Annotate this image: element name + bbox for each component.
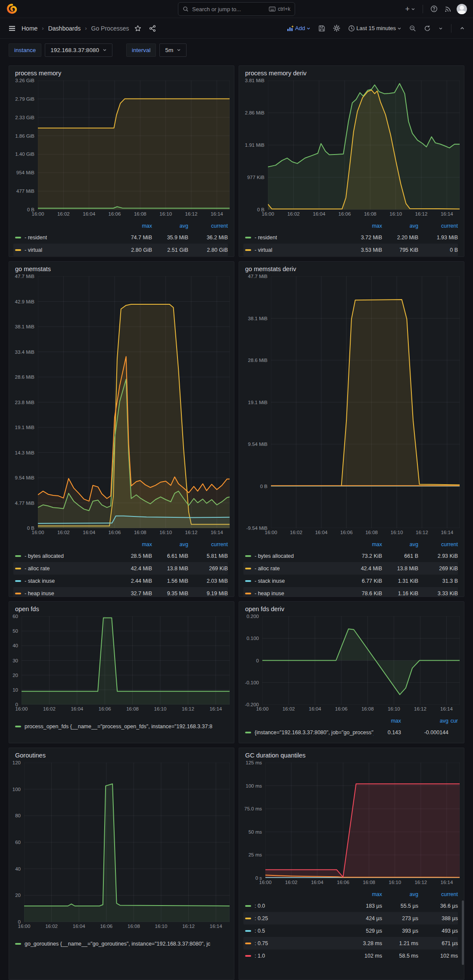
legend-scrollbar[interactable] [462,900,464,965]
breadcrumb-dashboards[interactable]: Dashboards [48,25,81,32]
search-input[interactable]: Search or jump to... ctrl+k [178,2,295,16]
legend-series-name[interactable]: : 0.75 [243,940,346,946]
variable-interval-value[interactable]: 5m [159,43,187,57]
legend-series-name[interactable]: - virtual [243,247,346,253]
zoom-out-button[interactable] [407,23,418,34]
legend-header-max[interactable]: max [116,541,152,547]
legend-series-name[interactable]: : 0.0 [243,903,346,909]
search-icon [183,6,189,12]
new-button[interactable]: + [403,3,417,15]
panel-header-go-memstats-deriv[interactable]: go memstats deriv [239,262,464,276]
legend-header-current[interactable]: current [188,541,228,547]
legend-header-cur[interactable]: cur [448,718,458,724]
legend-series-name[interactable]: process_open_fds {__name__="process_open… [13,723,228,730]
legend-header-avg[interactable]: avg [152,541,188,547]
panel-header-process-memory[interactable]: process memory [9,66,234,80]
dashboard-grid: process memory3.26 GiB2.79 GiB2.33 GiB1.… [0,61,473,980]
x-tick-label: 16:00 [18,924,31,929]
variable-interval-label[interactable]: interval [126,43,156,57]
legend-header-max[interactable]: max [116,223,152,229]
legend-header-avg[interactable]: avg [382,891,418,897]
help-button[interactable] [428,3,440,14]
favorite-button[interactable] [132,23,143,34]
plot-process-memory[interactable] [38,80,230,210]
news-button[interactable] [442,3,454,14]
legend-header-current[interactable]: current [188,223,228,229]
legend-header-current[interactable]: current [418,223,458,229]
panel-title: open fds deriv [245,606,284,612]
plot-open-fds-deriv[interactable] [262,616,460,705]
legend-series-name[interactable]: go_goroutines {__name__="go_goroutines",… [13,941,228,947]
avatar[interactable] [457,4,467,14]
series-color-swatch [245,249,251,251]
share-button[interactable] [147,23,158,34]
legend-header-max[interactable]: max [346,541,382,547]
legend-row: - virtual3.53 MiB795 KiB0 B [243,244,458,256]
panel-header-gc-duration-quantiles[interactable]: GC duration quantiles [239,748,464,763]
legend-header-avg[interactable]: avg [401,718,448,724]
legend-series-label: - stack inuse [255,578,285,584]
save-dashboard-button[interactable] [316,23,327,34]
legend-series-name[interactable]: - resident [13,235,116,241]
plot-gc-duration-quantiles[interactable] [265,763,460,878]
plot-go-memstats[interactable] [38,276,230,528]
legend-series-name[interactable]: - bytes allocated [243,553,346,559]
legend-value: 1.93 MiB [418,235,458,241]
refresh-icon [424,25,431,32]
panel-header-open-fds[interactable]: open fds [9,602,234,616]
x-tick-label: 16:00 [265,530,277,535]
dashboard-settings-button[interactable] [331,23,342,34]
plot-goroutines[interactable] [24,763,230,922]
legend-series-name[interactable]: - heap inuse [243,590,346,597]
add-panel-button[interactable]: Add [285,23,313,33]
legend-series-name[interactable]: - resident [243,235,346,241]
legend-header-max[interactable]: max [346,891,382,897]
legend-header-avg[interactable]: avg [382,541,418,547]
legend-header-max[interactable]: max [373,718,401,724]
legend-value: 102 ms [346,953,382,959]
legend-value: 529 µs [346,928,382,934]
legend-series-name[interactable]: - stack inuse [13,578,116,584]
refresh-button[interactable] [422,23,433,34]
x-tick-label: 16:10 [389,880,401,885]
y-tick-label: 38.1 MiB [15,324,34,329]
legend-series-name[interactable]: : 0.25 [243,915,346,921]
legend-series-label: - heap inuse [25,590,54,597]
plot-go-memstats-deriv[interactable] [271,276,460,528]
legend-series-name[interactable]: : 1.0 [243,953,346,959]
panel-header-process-memory-deriv[interactable]: process memory deriv [239,66,464,80]
mega-menu-toggle[interactable] [6,23,18,34]
legend-series-name[interactable]: {instance="192.168.3.37:8080", job="go_p… [243,730,373,736]
refresh-interval-button[interactable] [436,25,445,32]
y-tick-label: 42.9 MiB [15,299,34,304]
legend-header-max[interactable]: max [346,223,382,229]
variable-instance-label[interactable]: instance [9,43,41,57]
legend-header-current[interactable]: current [418,541,458,547]
legend-series-name[interactable]: - bytes allocated [13,553,116,559]
legend-series-name[interactable]: - stack inuse [243,578,346,584]
legend-series-name[interactable]: - alloc rate [13,566,116,572]
grafana-logo[interactable] [6,3,17,15]
plot-process-memory-deriv[interactable] [268,80,460,210]
variable-instance-value[interactable]: 192.168.3.37:8080 [45,43,112,57]
panel-title: open fds [15,606,39,612]
legend-series-name[interactable]: - heap inuse [13,590,116,597]
x-axis-labels: 16:0016:0216:0416:0616:0816:1016:1216:14 [268,210,460,218]
plot-open-fds[interactable] [22,616,230,705]
panel-header-open-fds-deriv[interactable]: open fds deriv [239,602,464,616]
breadcrumb-home[interactable]: Home [22,25,37,32]
panel-title: Goroutines [15,752,46,759]
panel-header-goroutines[interactable]: Goroutines [9,748,234,763]
collapse-toolbar-button[interactable] [457,24,467,33]
legend-value: 3.28 ms [346,940,382,946]
legend-header-avg[interactable]: avg [382,223,418,229]
x-tick-label: 16:14 [441,880,453,885]
legend-series-name[interactable]: - alloc rate [243,566,346,572]
legend-value: 13.8 MiB [152,566,188,572]
panel-header-go-memstats[interactable]: go memstats [9,262,234,276]
legend-series-name[interactable]: : 0.5 [243,928,346,934]
time-range-picker[interactable]: Last 15 minutes [346,23,404,34]
legend-header-avg[interactable]: avg [152,223,188,229]
legend-header-current[interactable]: current [418,891,458,897]
legend-series-name[interactable]: - virtual [13,247,116,253]
